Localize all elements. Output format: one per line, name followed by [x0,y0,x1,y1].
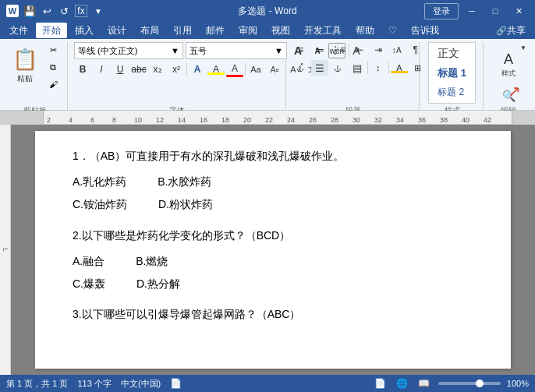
view-read-button[interactable]: 📖 [416,377,432,390]
align-left-button[interactable]: ⫝̸ [292,60,310,76]
sep2 [245,63,246,76]
font-aa-button[interactable]: Aa [247,62,264,77]
question-1: 1．（AB）可直接用于有水的深孔爆破和浅孔爆破作业。 [73,147,473,166]
strikethrough-button[interactable]: abc [130,62,147,77]
q2-optD: D.热分解 [136,274,180,294]
menu-review[interactable]: 审阅 [232,23,264,38]
zoom-thumb[interactable] [476,380,484,387]
sort-button[interactable]: ↕A [388,42,406,58]
style-h2[interactable]: 标题 2 [430,83,473,101]
underline-button[interactable]: U [112,62,129,77]
align-center-button[interactable]: ☰ [311,60,328,76]
q2-optA: A.融合 [73,252,105,271]
ruler-scale: 24681012141618202224262830323436384042 [44,111,535,124]
question-1-options-cd: C.铵油炸药 D.粉状炸药 [73,195,473,214]
text-color-highlight-button[interactable]: A [207,62,225,77]
bold-button[interactable]: B [74,62,91,77]
styles-pane-button[interactable]: A 样式 ▼ [489,43,528,88]
title-bar-right: 登录 ─ □ ✕ [424,3,529,19]
menu-share[interactable]: 🔗 共享 [490,23,532,38]
subscript-button[interactable]: x₂ [149,62,166,77]
minimize-button[interactable]: ─ [462,3,482,19]
menu-heart[interactable]: ♡ [382,23,403,38]
view-web-button[interactable]: 🌐 [395,377,410,390]
menu-help[interactable]: 帮助 [349,23,381,38]
font-name-dropdown[interactable]: ▼ [171,46,179,55]
page-container[interactable]: 1．（AB）可直接用于有水的深孔爆破和浅孔爆破作业。 A.乳化炸药 B.水胶炸药… [11,125,535,375]
font-aa2-button[interactable]: Aa [266,62,283,77]
menu-home[interactable]: 开始 [36,23,67,38]
bullets-button[interactable]: ≡ [292,42,310,58]
ruler-tick-12: 12 [156,116,164,124]
numbering-button[interactable]: ≔ [311,42,328,58]
ribbon-clipboard-group: 📋 粘贴 ✂ ⧉ 🖌 剪贴板 [3,42,68,118]
sep1 [186,63,187,76]
copy-button[interactable]: ⧉ [44,59,62,75]
customize-icon[interactable]: ▼ [92,5,105,17]
close-button[interactable]: ✕ [508,3,529,19]
increase-indent-button[interactable]: ⇥ [370,42,387,58]
clipboard-content: 📋 粘贴 ✂ ⧉ 🖌 [8,42,62,104]
menu-file[interactable]: 文件 [3,23,34,38]
style-normal[interactable]: 正文 [430,44,473,63]
ruler-left-margin [0,111,44,124]
sep3 [349,44,349,56]
ruler-tick-32: 32 [374,116,382,124]
align-right-button[interactable]: ⫝ [330,60,347,76]
menu-layout[interactable]: 布局 [134,23,165,38]
view-print-button[interactable]: 📄 [373,377,388,390]
menu-view[interactable]: 视图 [265,23,296,38]
login-button[interactable]: 登录 [424,3,459,19]
ruler-tick-2: 2 [47,116,51,124]
restore-button[interactable]: □ [485,3,505,19]
styles-content: 正文 标题 1 标题 2 [428,42,476,104]
para-row1: ≡ ≔ ⋮≡ ⇤ ⇥ ↕A ¶ [292,42,424,58]
q2-optC: C.爆轰 [73,274,105,294]
ruler-tick-8: 8 [112,116,116,124]
question-2: 2.以下哪些是炸药化学变化的形式？（BCD） [73,226,473,245]
save-icon[interactable]: 💾 [23,5,36,17]
clipboard-small-btns: ✂ ⧉ 🖌 [44,42,62,92]
redo-icon[interactable]: ↺ [58,5,70,17]
menu-mailings[interactable]: 邮件 [200,23,231,38]
text-effect-button[interactable]: A [189,62,206,77]
q1-optA: A.乳化炸药 [73,172,126,192]
paragraph-content: ≡ ≔ ⋮≡ ⇤ ⇥ ↕A ¶ ⫝̸ ☰ ⫝ ▤ ↕ A [292,42,414,104]
line-spacing-button[interactable]: ↕ [370,60,387,76]
sep5 [388,62,389,74]
search-button[interactable]: 🔍 ↗ [499,88,518,104]
q1-optB: B.水胶炸药 [158,172,211,192]
decrease-indent-button[interactable]: ⇤ [351,42,368,58]
undo-icon[interactable]: ↩ [41,5,53,17]
menu-design[interactable]: 设计 [101,23,133,38]
style-h1[interactable]: 标题 1 [430,64,473,83]
ribbon-paragraph-group: ≡ ≔ ⋮≡ ⇤ ⇥ ↕A ¶ ⫝̸ ☰ ⫝ ▤ ↕ A [288,42,420,118]
paste-button[interactable]: 📋 粘贴 [8,42,42,89]
ribbon-font-group: 等线 (中文正文) ▼ 五号 ▼ A A wén A B I U [69,42,286,118]
cut-button[interactable]: ✂ [44,42,62,58]
q2-text: 2.以下哪些是炸药化学变化的形式？（BCD） [73,229,290,242]
zoom-level: 100% [507,379,529,388]
font-color-button[interactable]: A [226,62,243,77]
font-row2: B I U abc x₂ x² A A A Aa Aa A 文 [74,62,321,77]
font-name-selector[interactable]: 等线 (中文正文) ▼ [74,42,183,59]
ruler-tick-20: 20 [243,116,251,124]
format-painter-button[interactable]: 🖌 [44,76,62,92]
font-size-selector[interactable]: 五号 ▼ [186,42,287,59]
menu-references[interactable]: 引用 [167,23,198,38]
ruler-tick-42: 42 [484,116,491,124]
multilevel-button[interactable]: ⋮≡ [330,42,347,58]
font-size-dropdown[interactable]: ▼ [275,46,283,55]
shading-button[interactable]: A [391,60,408,76]
formula-icon[interactable]: fx [75,5,87,17]
italic-button[interactable]: I [93,62,110,77]
menu-insert[interactable]: 插入 [69,23,100,38]
menu-developer[interactable]: 开发工具 [298,23,348,38]
question-2-options-cd: C.爆轰 D.热分解 [73,274,473,294]
superscript-button[interactable]: x² [168,62,185,77]
menu-tell-me[interactable]: 告诉我 [405,23,445,38]
ruler: 24681012141618202224262830323436384042 [0,111,535,125]
justify-button[interactable]: ▤ [349,60,366,76]
document-page[interactable]: 1．（AB）可直接用于有水的深孔爆破和浅孔爆破作业。 A.乳化炸药 B.水胶炸药… [35,131,511,369]
zoom-slider[interactable] [438,382,501,385]
